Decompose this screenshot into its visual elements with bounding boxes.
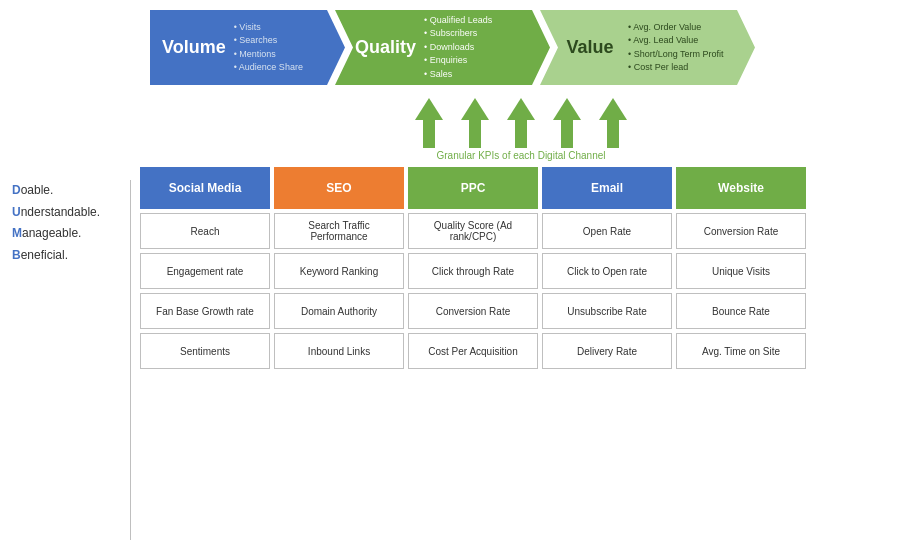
quality-bullet-3: Downloads: [424, 41, 492, 55]
volume-bullet-1: Visits: [234, 21, 303, 35]
green-arrow-4: [553, 98, 581, 148]
quality-bullet-1: Qualified Leads: [424, 14, 492, 28]
top-arrows-section: Volume Visits Searches Mentions Audience…: [10, 10, 912, 85]
value-bullet-2: Avg. Lead Value: [628, 34, 724, 48]
dumb-line3: Manageable.: [12, 223, 100, 245]
green-arrow-3: [507, 98, 535, 148]
ppc-column: PPC Quality Score (Ad rank/CPC) Click th…: [408, 167, 538, 369]
seo-kpi-3: Domain Authority: [274, 293, 404, 329]
value-title: Value: [560, 37, 620, 58]
website-kpi-2: Unique Visits: [676, 253, 806, 289]
volume-bullet-4: Audience Share: [234, 61, 303, 75]
website-kpi-3: Bounce Rate: [676, 293, 806, 329]
main-container: Volume Visits Searches Mentions Audience…: [0, 0, 922, 541]
website-kpi-4: Avg. Time on Site: [676, 333, 806, 369]
value-bullets: Avg. Order Value Avg. Lead Value Short/L…: [628, 21, 724, 75]
social-kpi-3: Fan Base Growth rate: [140, 293, 270, 329]
dumb-line2: Understandable.: [12, 202, 100, 224]
divider-line: [130, 180, 131, 540]
seo-kpi-1: Search Traffic Performance: [274, 213, 404, 249]
social-kpi-2: Engagement rate: [140, 253, 270, 289]
ppc-kpi-4: Cost Per Acquisition: [408, 333, 538, 369]
green-arrow-5: [599, 98, 627, 148]
email-column: Email Open Rate Click to Open rate Unsub…: [542, 167, 672, 369]
volume-bullet-2: Searches: [234, 34, 303, 48]
social-media-header: Social Media: [140, 167, 270, 209]
website-kpi-1: Conversion Rate: [676, 213, 806, 249]
quality-bullet-5: Sales: [424, 68, 492, 82]
dumb-line1: Doable.: [12, 180, 100, 202]
email-kpi-1: Open Rate: [542, 213, 672, 249]
volume-bullets: Visits Searches Mentions Audience Share: [234, 21, 303, 75]
ppc-kpi-3: Conversion Rate: [408, 293, 538, 329]
social-media-column: Social Media Reach Engagement rate Fan B…: [140, 167, 270, 369]
green-arrow-2: [461, 98, 489, 148]
email-kpi-4: Delivery Rate: [542, 333, 672, 369]
email-header: Email: [542, 167, 672, 209]
website-column: Website Conversion Rate Unique Visits Bo…: [676, 167, 806, 369]
email-kpi-2: Click to Open rate: [542, 253, 672, 289]
value-bullet-3: Short/Long Term Profit: [628, 48, 724, 62]
quality-title: Quality: [355, 37, 416, 58]
ppc-header: PPC: [408, 167, 538, 209]
quality-arrow: Quality Qualified Leads Subscribers Down…: [335, 10, 550, 85]
volume-arrow: Volume Visits Searches Mentions Audience…: [150, 10, 345, 85]
green-arrow-1: [415, 98, 443, 148]
seo-kpi-2: Keyword Ranking: [274, 253, 404, 289]
dumb-line4: Beneficial.: [12, 245, 100, 267]
value-bullet-1: Avg. Order Value: [628, 21, 724, 35]
seo-kpi-4: Inbound Links: [274, 333, 404, 369]
quality-bullet-2: Subscribers: [424, 27, 492, 41]
social-kpi-4: Sentiments: [140, 333, 270, 369]
dumb-section: Doable. Understandable. Manageable. Bene…: [12, 180, 100, 266]
volume-bullet-3: Mentions: [234, 48, 303, 62]
website-header: Website: [676, 167, 806, 209]
seo-header: SEO: [274, 167, 404, 209]
value-bullet-4: Cost Per lead: [628, 61, 724, 75]
volume-title: Volume: [162, 37, 226, 58]
ppc-kpi-2: Click through Rate: [408, 253, 538, 289]
ppc-kpi-1: Quality Score (Ad rank/CPC): [408, 213, 538, 249]
value-arrow: Value Avg. Order Value Avg. Lead Value S…: [540, 10, 755, 85]
quality-bullet-4: Enquiries: [424, 54, 492, 68]
email-kpi-3: Unsubscribe Rate: [542, 293, 672, 329]
granular-label: Granular KPIs of each Digital Channel: [130, 150, 912, 161]
green-arrows: [130, 93, 912, 148]
quality-bullets: Qualified Leads Subscribers Downloads En…: [424, 14, 492, 82]
bottom-section: Social Media Reach Engagement rate Fan B…: [140, 167, 912, 369]
seo-column: SEO Search Traffic Performance Keyword R…: [274, 167, 404, 369]
social-kpi-1: Reach: [140, 213, 270, 249]
